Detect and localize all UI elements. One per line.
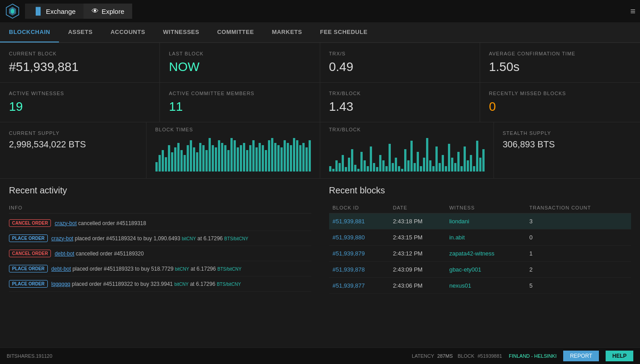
col-block-id: BLOCK ID (329, 202, 389, 213)
block-id-cell: #51,939,880 (329, 230, 389, 246)
witness-link[interactable]: nexus01 (449, 282, 471, 289)
witness-link[interactable]: liondani (449, 218, 469, 225)
nav-accounts[interactable]: ACCOUNTS (101, 22, 154, 42)
recent-activity-section: Recent activity INFO CANCEL ORDERcrazy-b… (0, 179, 320, 301)
footer-right: LATENCY 287MS BLOCK #51939881 FINLAND - … (412, 351, 633, 361)
hamburger-menu-button[interactable]: ≡ (630, 6, 636, 17)
stealth-supply-label: STEALTH SUPPLY (503, 130, 632, 136)
activity-actor-link[interactable]: lqqqqqq (51, 281, 71, 287)
currency2: BTS/bitCNY (218, 267, 242, 272)
date-cell: 2:43:09 PM (389, 262, 446, 278)
witness-cell: nexus01 (446, 278, 526, 294)
activity-badge: PLACE ORDER (9, 265, 48, 272)
activity-row: PLACE ORDERlqqqqqq placed order #4511893… (9, 276, 311, 292)
block-id-link[interactable]: #51,939,877 (333, 282, 365, 289)
bottom-section: Recent activity INFO CANCEL ORDERcrazy-b… (0, 179, 640, 301)
witness-cell: liondani (446, 213, 526, 230)
stat-trx-block: TRX/BLOCK 1.43 (320, 83, 480, 122)
tx-count-cell: 2 (526, 262, 631, 278)
explore-nav-button[interactable]: 👁 Explore (84, 4, 132, 19)
nav-markets[interactable]: MARKETS (263, 22, 311, 42)
committee-members-label: ACTIVE COMMITTEE MEMBERS (169, 91, 310, 96)
block-id-cell: #51,939,878 (329, 262, 389, 278)
activity-badge: CANCEL ORDER (9, 219, 51, 227)
currency1: bitCNY (174, 282, 188, 287)
date-cell: 2:43:12 PM (389, 246, 446, 262)
version-label: BITSHARES.191120 (7, 353, 52, 359)
block-id-link[interactable]: #51,939,879 (333, 250, 365, 257)
nav-assets[interactable]: ASSETS (59, 22, 101, 42)
logo[interactable] (4, 3, 21, 19)
current-block-value: #51,939,881 (9, 60, 151, 74)
stat-active-witnesses: ACTIVE WITNESSES 19 (0, 83, 160, 122)
date-cell: 2:43:06 PM (389, 278, 446, 294)
trx-s-label: TRX/S (329, 51, 471, 56)
block-times-chart (155, 136, 311, 172)
stealth-supply-value: 306,893 BTS (503, 139, 632, 150)
activity-text: debt-bot placed order #451189323 to buy … (51, 266, 311, 272)
stat-current-block: CURRENT BLOCK #51,939,881 (0, 43, 160, 82)
activity-row: PLACE ORDERdebt-bot placed order #451189… (9, 261, 311, 276)
stat-trx-s: TRX/S 0.49 (320, 43, 480, 82)
latency-info: LATENCY 287MS BLOCK #51939881 (412, 353, 502, 359)
block-id-cell: #51,939,877 (329, 278, 389, 294)
currency1: bitCNY (182, 236, 196, 241)
witness-cell: gbac-ety001 (446, 262, 526, 278)
stat-last-block: LAST BLOCK NOW (160, 43, 320, 82)
witness-link[interactable]: gbac-ety001 (449, 266, 481, 273)
nav-blockchain[interactable]: BLOCKCHAIN (0, 22, 59, 42)
trx-block-value: 1.43 (329, 100, 471, 114)
active-witnesses-label: ACTIVE WITNESSES (9, 91, 151, 96)
latency-label: LATENCY (412, 353, 434, 359)
col-date: DATE (389, 202, 446, 213)
stat-stealth-supply: STEALTH SUPPLY 306,893 BTS (494, 122, 640, 178)
block-label: BLOCK (458, 353, 474, 359)
activity-row: PLACE ORDERcrazy-bot placed order #45118… (9, 231, 311, 246)
missed-blocks-label: RECENTLY MISSED BLOCKS (489, 91, 631, 96)
block-id-cell: #51,939,879 (329, 246, 389, 262)
activity-badge: PLACE ORDER (9, 234, 48, 242)
trx-block-chart-label: TRX/BLOCK (329, 127, 485, 132)
block-id-link[interactable]: #51,939,881 (333, 218, 365, 225)
currency2: BTS/bitCNY (224, 236, 248, 241)
nav-fee-schedule[interactable]: FEE SCHEDULE (311, 22, 376, 42)
exchange-nav-button[interactable]: ▐▌ Exchange (25, 4, 84, 19)
nav-witnesses[interactable]: WITNESSES (154, 22, 208, 42)
activity-badge: CANCEL ORDER (9, 250, 51, 257)
stat-avg-confirm: AVERAGE CONFIRMATION TIME 1.50s (480, 43, 640, 82)
top-bar: ▐▌ Exchange 👁 Explore ≡ (0, 0, 640, 22)
block-id-link[interactable]: #51,939,878 (333, 266, 365, 273)
committee-members-value: 11 (169, 100, 310, 114)
trx-block-chart (329, 136, 485, 172)
blocks-table-header-row: BLOCK ID DATE WITNESS TRANSACTION COUNT (329, 202, 632, 213)
main-navigation: BLOCKCHAIN ASSETS ACCOUNTS WITNESSES COM… (0, 22, 640, 43)
chart-icon: ▐▌ (33, 7, 43, 15)
date-cell: 2:43:18 PM (389, 213, 446, 230)
trx-s-value: 0.49 (329, 60, 471, 74)
stats-row-1: CURRENT BLOCK #51,939,881 LAST BLOCK NOW… (0, 43, 640, 83)
witness-link[interactable]: zapata42-witness (449, 250, 494, 257)
report-button[interactable]: REPORT (563, 351, 599, 361)
tx-count-cell: 0 (526, 230, 631, 246)
tx-count-cell: 1 (526, 246, 631, 262)
witness-cell: zapata42-witness (446, 246, 526, 262)
recent-blocks-title: Recent blocks (329, 185, 632, 196)
block-id-link[interactable]: #51,939,880 (333, 234, 365, 241)
explore-label: Explore (101, 8, 124, 15)
help-button[interactable]: HELP (606, 351, 633, 361)
stat-committee-members: ACTIVE COMMITTEE MEMBERS 11 (160, 83, 320, 122)
activity-actor-link[interactable]: debt-bot (54, 251, 74, 257)
col-witness: WITNESS (446, 202, 526, 213)
missed-blocks-value: 0 (489, 100, 631, 114)
table-row: #51,939,8772:43:06 PMnexus015 (329, 278, 632, 294)
table-row: #51,939,8802:43:15 PMin.abit0 (329, 230, 632, 246)
nav-committee[interactable]: COMMITTEE (208, 22, 263, 42)
activity-actor-link[interactable]: crazy-bot (54, 220, 76, 226)
avg-confirm-label: AVERAGE CONFIRMATION TIME (489, 51, 631, 56)
date-cell: 2:43:15 PM (389, 230, 446, 246)
witness-link[interactable]: in.abit (449, 234, 465, 241)
stats-row-2: ACTIVE WITNESSES 19 ACTIVE COMMITTEE MEM… (0, 83, 640, 122)
activity-actor-link[interactable]: crazy-bot (51, 235, 73, 242)
block-id-cell: #51,939,881 (329, 213, 389, 230)
activity-actor-link[interactable]: debt-bot (51, 266, 71, 272)
